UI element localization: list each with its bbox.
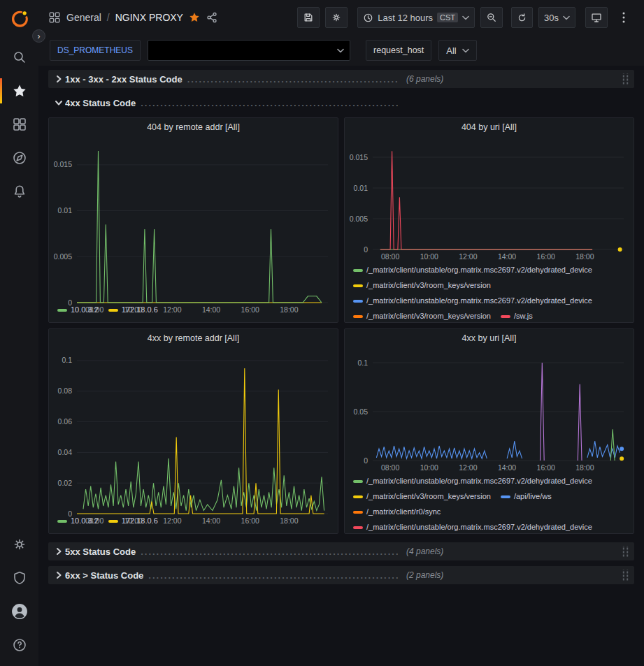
- save-dashboard-button[interactable]: [297, 7, 320, 28]
- tv-kiosk-mode-button[interactable]: [585, 7, 608, 28]
- x-axis-tick-label: 10:00: [124, 305, 143, 314]
- series-end-dot: [620, 456, 624, 461]
- sidebar-item-search[interactable]: [0, 41, 38, 74]
- chevron-right-icon: [52, 571, 65, 579]
- sidebar-item-starred[interactable]: [0, 74, 38, 108]
- series-line: [578, 384, 582, 461]
- legend-item[interactable]: /sw.js: [501, 310, 533, 322]
- shield-icon: [12, 570, 27, 586]
- y-axis-tick-label: 0.01: [58, 206, 73, 215]
- time-series-chart: 00.050.108:0010:0012:0014:0016:0018:00: [345, 347, 634, 473]
- plot-area[interactable]: 00.020.040.060.080.108:0010:0012:0014:00…: [49, 347, 338, 513]
- panel-title[interactable]: 404 by remote addr [All]: [49, 118, 338, 136]
- panel-title[interactable]: 404 by uri [All]: [345, 118, 634, 136]
- row-dots: ........................................…: [148, 570, 398, 581]
- x-axis-tick-label: 10:00: [420, 252, 438, 261]
- time-series-chart: 00.020.040.060.080.108:0010:0012:0014:00…: [49, 347, 338, 526]
- series-end-dot: [620, 447, 624, 451]
- row-drag-handle[interactable]: [621, 546, 629, 557]
- x-axis-tick-label: 16:00: [537, 463, 555, 472]
- sidebar-item-server-admin[interactable]: [0, 561, 38, 595]
- row-header-6xx-status-code[interactable]: 6xx > Status Code ......................…: [48, 566, 634, 584]
- request-host-variable-select[interactable]: All: [438, 40, 476, 61]
- chevron-down-icon: [462, 48, 469, 53]
- refresh-icon: [517, 13, 527, 23]
- x-axis-tick-label: 10:00: [420, 463, 438, 472]
- grafana-logo[interactable]: [8, 7, 31, 31]
- favorite-star-icon[interactable]: [189, 12, 200, 23]
- help-icon: [12, 637, 27, 653]
- plot-area[interactable]: 00.0050.010.01508:0010:0012:0014:0016:00…: [49, 136, 338, 302]
- row-header-1xx-3xx-2xx-status-code[interactable]: 1xx - 3xx - 2xx Status Code ............…: [48, 70, 634, 88]
- legend-item[interactable]: /_matrix/client/unstable/org.matrix.msc2…: [353, 475, 592, 488]
- request-host-variable-label: request_host: [366, 40, 431, 61]
- x-axis-tick-label: 08:00: [85, 516, 103, 525]
- sidebar-item-explore[interactable]: [0, 141, 38, 175]
- sidebar-item-help[interactable]: [0, 628, 38, 662]
- panel-404-by-uri: 404 by uri [All] 00.0050.010.01508:0010:…: [344, 117, 634, 323]
- series-end-dot: [618, 247, 622, 252]
- breadcrumb-folder[interactable]: General: [66, 12, 101, 23]
- x-axis-tick-label: 08:00: [381, 463, 399, 472]
- row-dots: ........................................…: [141, 546, 398, 557]
- series-label: /_matrix/client/v3/room_keys/version: [366, 310, 491, 322]
- series-line: [610, 429, 615, 461]
- row-header-4xx-status-code[interactable]: 4xx Status Code ........................…: [48, 94, 634, 112]
- gear-icon: [331, 12, 342, 23]
- series-label: /_matrix/client/unstable/org.matrix.msc2…: [366, 475, 592, 488]
- row-dots: ........................................…: [141, 98, 398, 108]
- sidebar-item-dashboards[interactable]: [0, 108, 38, 141]
- series-color-swatch: [353, 480, 363, 483]
- time-range-picker[interactable]: Last 12 hours CST: [357, 7, 475, 28]
- panel-4xx-by-uri: 4xx by uri [All] 00.050.108:0010:0012:00…: [344, 328, 634, 534]
- row-drag-handle[interactable]: [621, 570, 629, 581]
- plot-area[interactable]: 00.0050.010.01508:0010:0012:0014:0016:00…: [345, 136, 634, 262]
- avatar: [11, 603, 28, 620]
- y-axis-tick-label: 0.1: [357, 359, 368, 367]
- panel-title[interactable]: 4xx by uri [All]: [345, 329, 634, 347]
- plot-area[interactable]: 00.050.108:0010:0012:0014:0016:0018:00: [345, 347, 634, 473]
- x-axis-tick-label: 12:00: [459, 463, 477, 472]
- sidebar-item-configuration[interactable]: [0, 528, 38, 561]
- legend-item[interactable]: /_matrix/client/unstable/org.matrix.msc2…: [353, 521, 592, 533]
- chevron-down-icon: [563, 15, 570, 20]
- series-label: /_matrix/client/unstable/org.matrix.msc2…: [366, 294, 592, 307]
- row-dots: ........................................…: [187, 74, 398, 85]
- legend-item[interactable]: /_matrix/client/v3/room_keys/version: [353, 279, 491, 292]
- series-color-swatch: [353, 269, 363, 272]
- row-header-5xx-status-code[interactable]: 5xx Status Code ........................…: [48, 542, 634, 560]
- refresh-interval-picker[interactable]: 30s: [538, 7, 575, 28]
- legend-item[interactable]: /_matrix/client/v3/room_keys/version: [353, 490, 491, 503]
- series-color-swatch: [353, 284, 363, 287]
- panel-title[interactable]: 4xx by remote addr [All]: [49, 329, 338, 347]
- datasource-variable-label[interactable]: DS_PROMETHEUS: [50, 40, 141, 61]
- legend-item[interactable]: /_matrix/client/v3/room_keys/version: [353, 310, 491, 322]
- sidebar-item-profile[interactable]: [0, 595, 38, 628]
- search-icon: [12, 50, 27, 65]
- zoom-out-time-button[interactable]: [480, 7, 503, 28]
- x-axis-tick-label: 12:00: [163, 305, 181, 314]
- legend-item[interactable]: /_matrix/client/unstable/org.matrix.msc2…: [353, 263, 592, 277]
- dashboard-canvas: 1xx - 3xx - 2xx Status Code ............…: [38, 66, 644, 666]
- sidebar-item-alerting[interactable]: [0, 175, 38, 208]
- x-axis-tick-label: 12:00: [459, 252, 477, 261]
- sidebar-expand-button[interactable]: ›: [32, 29, 45, 43]
- sidebar: [0, 0, 38, 666]
- share-icon[interactable]: [206, 11, 218, 24]
- legend-item[interactable]: /_matrix/client/unstable/org.matrix.msc2…: [353, 294, 592, 307]
- row-drag-handle[interactable]: [621, 73, 629, 85]
- legend-item[interactable]: /_matrix/client/r0/sync: [353, 505, 441, 519]
- refresh-interval-label: 30s: [544, 13, 559, 23]
- datasource-variable-select[interactable]: [148, 40, 350, 61]
- x-axis-tick-label: 14:00: [202, 305, 220, 314]
- row-panel-count: (2 panels): [406, 570, 443, 580]
- refresh-dashboard-button[interactable]: [511, 7, 533, 28]
- legend-item[interactable]: /api/live/ws: [501, 490, 552, 503]
- y-axis-tick-label: 0.06: [58, 417, 73, 426]
- more-options-kebab-button[interactable]: [613, 7, 634, 28]
- chevron-down-icon: [462, 15, 469, 20]
- star-icon: [12, 83, 27, 99]
- x-axis-tick-label: 18:00: [280, 305, 298, 314]
- compass-icon: [12, 150, 27, 166]
- dashboard-settings-button[interactable]: [325, 7, 348, 28]
